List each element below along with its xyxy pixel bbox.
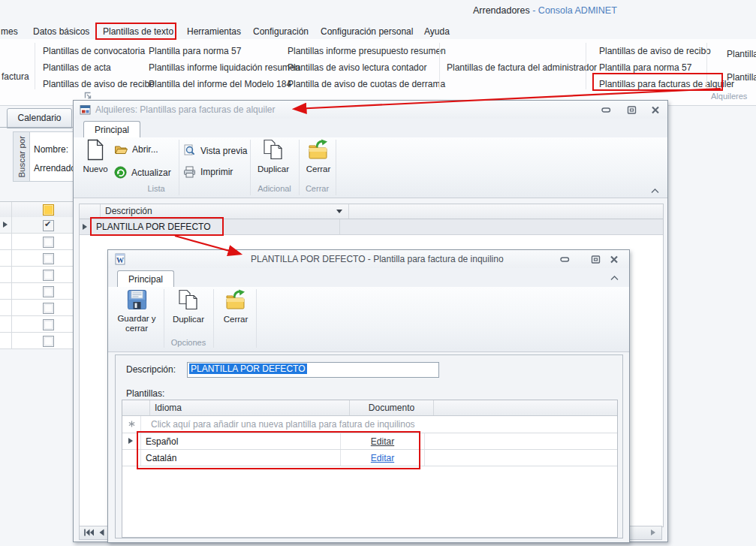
ribbon-item-norma57[interactable]: Plantilla para norma 57 bbox=[149, 46, 241, 56]
window2-content-panel: Descripción: PLANTILLA POR DEFECTO Plant… bbox=[115, 354, 623, 538]
tab-principal-w1[interactable]: Principal bbox=[83, 121, 140, 138]
idioma-cell[interactable]: Español bbox=[141, 433, 341, 449]
row-checkbox[interactable] bbox=[43, 237, 54, 248]
table-row[interactable] bbox=[0, 217, 73, 234]
row-checkbox[interactable] bbox=[43, 303, 54, 314]
actualizar-button[interactable]: Actualizar bbox=[114, 166, 171, 179]
grid-row-plantilla-por-defecto[interactable]: PLANTILLA POR DEFECTO bbox=[80, 219, 663, 235]
table-row[interactable] bbox=[0, 316, 73, 333]
group-label-lista: Lista bbox=[119, 184, 194, 193]
row-checkbox-checked[interactable] bbox=[43, 220, 54, 231]
table-row[interactable] bbox=[0, 283, 73, 300]
minimize-button[interactable] bbox=[598, 104, 614, 115]
row-checkbox[interactable] bbox=[43, 286, 54, 297]
filter-dropdown-icon[interactable] bbox=[336, 210, 342, 213]
close-icon[interactable] bbox=[647, 104, 664, 115]
menu-item-herramientas[interactable]: Herramientas bbox=[187, 26, 241, 37]
table-column-idioma[interactable]: Idioma bbox=[150, 400, 350, 415]
table-row[interactable] bbox=[0, 250, 73, 267]
previous-record-icon[interactable] bbox=[98, 529, 105, 536]
window1-titlebar[interactable]: Alquileres: Plantillas para facturas de … bbox=[74, 101, 667, 119]
search-by-header[interactable]: Buscar por bbox=[14, 132, 30, 181]
collapse-ribbon-icon[interactable] bbox=[610, 273, 619, 283]
ribbon-item-lectura-contador[interactable]: Plantillas de aviso lectura contador bbox=[288, 62, 426, 73]
scroll-right-icon[interactable] bbox=[651, 529, 655, 535]
close-icon[interactable] bbox=[606, 254, 622, 264]
menu-item-plantillas-de-texto[interactable]: Plantillas de texto bbox=[103, 26, 173, 37]
row-selector-icon bbox=[83, 224, 87, 230]
menu-item-configuracion[interactable]: Configuración bbox=[253, 26, 309, 37]
ribbon-item-factura-administrador[interactable]: Plantillas de factura del administrador bbox=[447, 62, 597, 73]
menu-item-configuracion-personal[interactable]: Configuración personal bbox=[321, 26, 413, 37]
row-checkbox[interactable] bbox=[43, 253, 54, 264]
idioma-cell[interactable]: Catalán bbox=[141, 450, 341, 466]
printer-icon bbox=[183, 166, 196, 178]
window2-title: PLANTILLA POR DEFECTO - Plantilla para f… bbox=[251, 254, 504, 264]
vista-previa-button[interactable]: Vista previa bbox=[183, 144, 247, 157]
cerrar-button-w1[interactable]: Cerrar bbox=[303, 139, 333, 174]
new-row[interactable]: Click aquí para añadir una nueva plantil… bbox=[122, 416, 617, 433]
table-row[interactable] bbox=[0, 267, 73, 283]
descripcion-input[interactable]: PLANTILLA POR DEFECTO bbox=[187, 362, 439, 378]
tab-principal-w2[interactable]: Principal bbox=[117, 270, 174, 288]
ribbon-item-cut-2[interactable]: Plantilla bbox=[727, 72, 756, 83]
ribbon-item-modelo-184[interactable]: Plantilla del informe del Modelo 184 bbox=[149, 79, 291, 89]
window2-titlebar[interactable]: W PLANTILLA POR DEFECTO - Plantilla para… bbox=[108, 250, 629, 269]
table-row-catalan[interactable]: Catalán Editar bbox=[122, 450, 617, 466]
menu-item-ayuda[interactable]: Ayuda bbox=[424, 26, 450, 37]
ribbon-item-aviso-recibo-alquiler[interactable]: Plantillas de aviso de recibo bbox=[599, 46, 711, 56]
menu-item-informes[interactable]: mes bbox=[1, 26, 18, 37]
ribbon-item-liquidacion-resumen[interactable]: Plantillas informe liquidación resumen bbox=[149, 62, 300, 73]
ribbon-item-facturas-alquiler[interactable]: Plantillas para facturas de alquiler bbox=[599, 79, 734, 89]
word-document-icon: W bbox=[114, 253, 126, 265]
select-all-checkbox[interactable] bbox=[43, 204, 54, 216]
restore-button[interactable] bbox=[623, 104, 640, 115]
app-title: Arrendadores bbox=[473, 5, 530, 16]
ribbon-item-plantillas-acta[interactable]: Plantillas de acta bbox=[43, 62, 111, 73]
ribbon-panel: factura Plantillas de convocatoria Plant… bbox=[0, 39, 756, 106]
table-row-espanol[interactable]: Español Editar bbox=[122, 433, 617, 450]
ribbon-item-plantillas-aviso-recibo[interactable]: Plantillas de aviso de recibo bbox=[43, 79, 155, 89]
ribbon-item-cuotas-derrama[interactable]: Plantilla de aviso de cuotas de derrama bbox=[288, 79, 445, 89]
row-checkbox[interactable] bbox=[43, 336, 54, 347]
new-row-hint[interactable]: Click aquí para añadir una nueva plantil… bbox=[141, 416, 617, 433]
ribbon-item-plantillas-convocatoria[interactable]: Plantillas de convocatoria bbox=[43, 46, 145, 56]
nombre-label: Nombre: bbox=[34, 144, 68, 155]
ribbon-item-cut-1[interactable]: Plantilla bbox=[727, 49, 756, 59]
first-record-icon[interactable] bbox=[83, 529, 95, 536]
restore-button[interactable] bbox=[587, 254, 604, 264]
group-label-cerrar: Cerrar bbox=[299, 184, 336, 193]
app-titlebar: Arrendadores - Consola ADMINET bbox=[473, 5, 617, 16]
close-folder-icon bbox=[308, 139, 329, 161]
grid-cell-descripcion[interactable]: PLANTILLA POR DEFECTO bbox=[92, 219, 340, 234]
duplicar-button-w2[interactable]: Duplicar bbox=[170, 289, 207, 324]
search-by-label: Buscar por bbox=[17, 136, 26, 178]
ribbon-group-factura-label: factura bbox=[2, 71, 29, 82]
collapse-ribbon-icon[interactable] bbox=[650, 186, 660, 196]
editar-link-espanol[interactable]: Editar bbox=[371, 436, 394, 447]
cerrar-button-w2[interactable]: Cerrar bbox=[219, 289, 252, 324]
nuevo-button[interactable]: Nuevo bbox=[80, 139, 111, 174]
table-row[interactable] bbox=[0, 300, 73, 316]
table-row[interactable] bbox=[0, 333, 73, 349]
menu-item-datos-basicos[interactable]: Datos básicos bbox=[33, 26, 89, 37]
grid-column-descripcion[interactable]: Descripción bbox=[101, 204, 349, 219]
abrir-button[interactable]: Abrir... bbox=[114, 144, 158, 155]
minimize-button[interactable] bbox=[556, 254, 573, 264]
table-row[interactable] bbox=[0, 234, 73, 250]
left-grid-header[interactable] bbox=[0, 201, 73, 218]
preview-icon bbox=[183, 144, 196, 157]
ribbon-item-presupuesto-resumen[interactable]: Plantillas informe presupuesto resumen bbox=[288, 46, 446, 56]
tab-calendario[interactable]: Calendario bbox=[7, 108, 72, 128]
table-column-documento[interactable]: Documento bbox=[350, 400, 434, 415]
row-checkbox[interactable] bbox=[43, 319, 54, 330]
duplicar-button-w1[interactable]: Duplicar bbox=[255, 139, 291, 174]
guardar-y-cerrar-button[interactable]: Guardar y cerrar bbox=[117, 289, 156, 333]
imprimir-button[interactable]: Imprimir bbox=[183, 166, 233, 178]
row-checkbox[interactable] bbox=[43, 270, 54, 281]
ribbon-separator bbox=[35, 43, 35, 89]
ribbon-item-norma57-alquiler[interactable]: Plantilla para norma 57 bbox=[599, 62, 691, 73]
dialog-launcher-icon[interactable] bbox=[84, 92, 92, 100]
editar-link-catalan[interactable]: Editar bbox=[371, 453, 394, 463]
table-selector-header bbox=[122, 400, 150, 415]
